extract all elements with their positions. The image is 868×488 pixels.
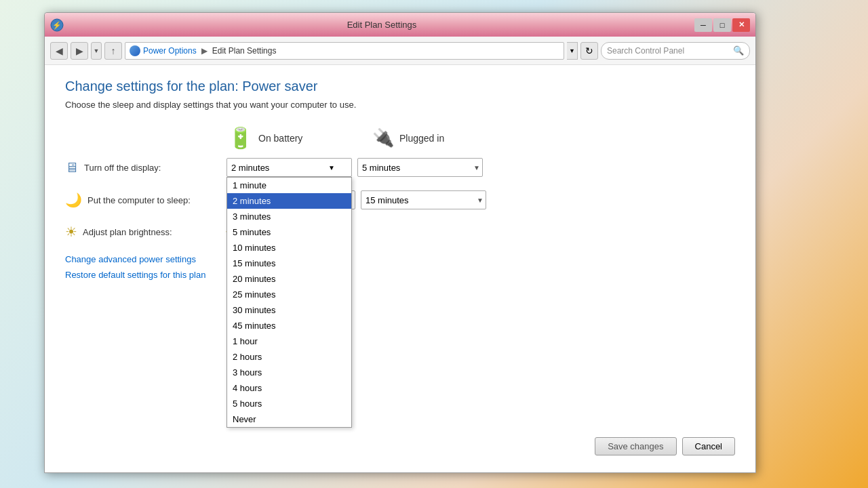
svg-text:⚡: ⚡ — [52, 20, 62, 30]
cancel-button[interactable]: Cancel — [682, 437, 735, 455]
save-changes-button[interactable]: Save changes — [595, 437, 676, 455]
forward-button[interactable]: ▶ — [71, 42, 88, 60]
plugged-in-header: 🔌 Plugged in — [372, 126, 498, 150]
plugged-display-select[interactable]: 5 minutes — [357, 158, 483, 177]
up-button[interactable]: ↑ — [104, 42, 122, 60]
breadcrumb-edit-plan: Edit Plan Settings — [212, 46, 277, 56]
window-title: Edit Plan Settings — [69, 20, 694, 30]
search-box[interactable]: Search Control Panel 🔍 — [601, 42, 750, 60]
sleep-label: Put the computer to sleep: — [87, 195, 230, 205]
option-10-minutes[interactable]: 10 minutes — [227, 240, 351, 256]
navigation-bar: ◀ ▶ ▼ ↑ Power Options ▶ Edit Plan Settin… — [45, 37, 755, 65]
option-1-hour[interactable]: 1 hour — [227, 333, 351, 349]
option-2-hours[interactable]: 2 hours — [227, 349, 351, 365]
option-15-minutes[interactable]: 15 minutes — [227, 256, 351, 271]
plugged-display-dropdown[interactable]: 5 minutes ▼ — [357, 158, 483, 177]
maximize-button[interactable]: □ — [713, 18, 731, 32]
option-2-minutes[interactable]: 2 minutes — [227, 193, 351, 209]
on-battery-header: 🔋 On battery — [228, 126, 353, 150]
option-4-hours[interactable]: 4 hours — [227, 380, 351, 396]
page-subtitle: Choose the sleep and display settings th… — [65, 100, 735, 110]
main-window: ⚡ Edit Plan Settings ─ □ ✕ ◀ ▶ ▼ ↑ Power… — [44, 12, 756, 473]
dropdown-history-button[interactable]: ▼ — [91, 42, 102, 60]
turn-off-display-row: 🖥 Turn off the display: 2 minutes ▼ 1 mi… — [65, 158, 735, 177]
option-1-minute[interactable]: 1 minute — [227, 178, 351, 193]
breadcrumb-sep: ▶ — [201, 46, 208, 56]
window-icon: ⚡ — [50, 18, 64, 32]
option-never[interactable]: Never — [227, 411, 351, 427]
option-25-minutes[interactable]: 25 minutes — [227, 287, 351, 302]
restore-defaults-link[interactable]: Restore default settings for this plan — [65, 270, 735, 280]
advanced-power-settings-link[interactable]: Change advanced power settings — [65, 254, 735, 264]
title-bar: ⚡ Edit Plan Settings ─ □ ✕ — [45, 13, 755, 37]
breadcrumb-power-options[interactable]: Power Options — [143, 46, 197, 56]
column-headers: 🔋 On battery 🔌 Plugged in — [228, 126, 735, 150]
search-placeholder: Search Control Panel — [607, 46, 684, 56]
close-button[interactable]: ✕ — [732, 18, 750, 32]
sleep-icon: 🌙 — [65, 192, 82, 208]
on-battery-label: On battery — [258, 133, 302, 144]
plugged-in-label: Plugged in — [399, 133, 444, 144]
back-button[interactable]: ◀ — [50, 42, 68, 60]
dropdown-arrow-icon: ▼ — [328, 164, 335, 171]
battery-icon: 🔋 — [228, 126, 253, 150]
plug-icon: 🔌 — [372, 127, 394, 148]
option-30-minutes[interactable]: 30 minutes — [227, 302, 351, 318]
sleep-row: 🌙 Put the computer to sleep: 15 minutes … — [65, 190, 735, 209]
option-3-hours[interactable]: 3 hours — [227, 365, 351, 380]
brightness-row: ☀ Adjust plan brightness: ☀ ☀ — [65, 223, 735, 241]
window-controls: ─ □ ✕ — [694, 18, 750, 32]
address-dropdown-button[interactable]: ▼ — [567, 42, 578, 60]
battery-display-selected: 2 minutes — [231, 163, 269, 173]
brightness-icon: ☀ — [65, 224, 77, 240]
page-title: Change settings for the plan: Power save… — [65, 79, 735, 94]
plugged-sleep-select[interactable]: 15 minutes — [361, 190, 486, 209]
refresh-button[interactable]: ↻ — [580, 42, 598, 60]
battery-display-dropdown-list: 1 minute 2 minutes 3 minutes 5 minutes 1… — [226, 177, 352, 428]
links-area: Change advanced power settings Restore d… — [65, 254, 735, 280]
address-bar[interactable]: Power Options ▶ Edit Plan Settings — [125, 42, 564, 60]
plugged-sleep-dropdown[interactable]: 15 minutes ▼ — [361, 190, 486, 209]
option-20-minutes[interactable]: 20 minutes — [227, 271, 351, 287]
minimize-button[interactable]: ─ — [694, 18, 712, 32]
option-45-minutes[interactable]: 45 minutes — [227, 318, 351, 333]
bottom-buttons: Save changes Cancel — [595, 437, 735, 455]
brightness-label: Adjust plan brightness: — [83, 227, 225, 237]
option-5-hours[interactable]: 5 hours — [227, 396, 351, 411]
battery-display-trigger[interactable]: 2 minutes ▼ — [226, 158, 352, 177]
content-area: Change settings for the plan: Power save… — [45, 65, 755, 472]
option-5-minutes[interactable]: 5 minutes — [227, 224, 351, 240]
battery-display-dropdown[interactable]: 2 minutes ▼ 1 minute 2 minutes 3 minutes… — [226, 158, 352, 177]
address-icon — [130, 45, 140, 56]
option-3-minutes[interactable]: 3 minutes — [227, 209, 351, 224]
search-icon: 🔍 — [733, 45, 744, 56]
turn-off-display-label: Turn off the display: — [84, 163, 226, 173]
display-icon: 🖥 — [65, 160, 79, 176]
